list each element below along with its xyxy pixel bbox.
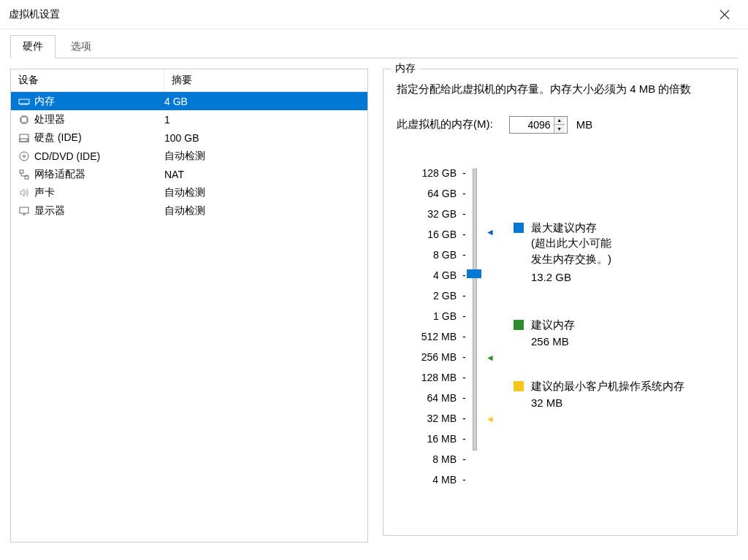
- device-summary: 自动检测: [164, 204, 360, 218]
- svg-rect-0: [19, 99, 29, 104]
- memory-slider-track[interactable]: [473, 169, 477, 450]
- chevron-down-icon[interactable]: ▼: [554, 125, 565, 133]
- table-row[interactable]: 声卡 自动检测: [11, 183, 367, 202]
- device-summary: 自动检测: [164, 186, 360, 199]
- device-table: 设备 摘要 内存 4 GB 处理器 1 硬盘 (IDE) 100 GB: [10, 69, 368, 542]
- slider-ticks: ---- ---- ---- ----: [462, 163, 470, 477]
- device-name: 硬盘 (IDE): [34, 131, 82, 145]
- memory-input[interactable]: [510, 118, 554, 132]
- cpu-icon: [18, 114, 30, 126]
- legend-max-sub1: (超出此大小可能: [514, 235, 724, 252]
- device-summary: 4 GB: [164, 96, 360, 107]
- device-name: 声卡: [34, 186, 55, 199]
- svg-point-4: [26, 139, 28, 141]
- device-summary: NAT: [164, 169, 360, 180]
- cd-icon: [18, 150, 30, 162]
- min-marker-icon: ◄: [486, 414, 495, 424]
- table-row[interactable]: 处理器 1: [11, 110, 367, 129]
- memory-input-label: 此虚拟机的内存(M):: [397, 118, 493, 131]
- table-row[interactable]: 网络适配器 NAT: [11, 165, 367, 183]
- max-marker-icon: ◄: [486, 227, 495, 237]
- rec-marker-icon: ◄: [486, 353, 495, 363]
- legend-rec-title: 建议内存: [531, 318, 575, 332]
- green-square-icon: [514, 320, 524, 330]
- device-name: 网络适配器: [34, 168, 85, 181]
- svg-point-5: [20, 152, 28, 161]
- network-icon: [18, 169, 30, 180]
- device-name: 显示器: [34, 204, 65, 218]
- tab-hardware[interactable]: 硬件: [10, 35, 56, 58]
- header-summary: 摘要: [164, 69, 367, 91]
- svg-rect-1: [21, 117, 27, 123]
- svg-rect-7: [20, 170, 23, 173]
- device-name: 处理器: [34, 113, 65, 126]
- display-icon: [18, 205, 30, 217]
- table-row[interactable]: 显示器 自动检测: [11, 202, 367, 220]
- device-summary: 自动检测: [164, 150, 360, 163]
- memory-description: 指定分配给此虚拟机的内存量。内存大小必须为 4 MB 的倍数: [397, 80, 724, 99]
- memory-slider-thumb[interactable]: [467, 269, 481, 278]
- device-name: 内存: [34, 95, 55, 108]
- svg-rect-9: [20, 207, 28, 213]
- legend-max-value: 13.2 GB: [514, 271, 724, 283]
- legend-rec-value: 256 MB: [514, 335, 724, 348]
- table-row[interactable]: CD/DVD (IDE) 自动检测: [11, 147, 367, 165]
- device-summary: 100 GB: [164, 132, 360, 144]
- device-summary: 1: [164, 114, 360, 126]
- header-device: 设备: [11, 69, 164, 91]
- memory-spinner[interactable]: ▲ ▼: [554, 117, 565, 133]
- close-icon: [720, 9, 730, 20]
- svg-point-6: [23, 155, 26, 157]
- memory-unit: MB: [576, 118, 593, 131]
- blue-square-icon: [514, 223, 524, 233]
- chevron-up-icon[interactable]: ▲: [554, 117, 565, 125]
- legend-min-title: 建议的最小客户机操作系统内存: [531, 380, 684, 394]
- device-name: CD/DVD (IDE): [34, 150, 100, 162]
- disk-icon: [18, 132, 30, 144]
- legend-max-title: 最大建议内存: [531, 221, 597, 235]
- table-row[interactable]: 内存 4 GB: [11, 92, 367, 110]
- table-row[interactable]: 硬盘 (IDE) 100 GB: [11, 129, 367, 147]
- svg-rect-8: [25, 176, 28, 179]
- memory-icon: [18, 96, 30, 107]
- window-title: 虚拟机设置: [9, 8, 710, 21]
- legend-max-sub2: 发生内存交换。): [514, 251, 724, 268]
- sound-icon: [18, 187, 30, 199]
- legend-min-value: 32 MB: [514, 396, 724, 409]
- slider-labels: 128 GB 64 GB 32 GB 16 GB 8 GB 4 GB 2 GB …: [397, 163, 462, 477]
- yellow-square-icon: [514, 381, 524, 391]
- memory-panel-title: 内存: [391, 62, 420, 75]
- close-button[interactable]: [710, 0, 739, 29]
- tab-options[interactable]: 选项: [58, 35, 104, 58]
